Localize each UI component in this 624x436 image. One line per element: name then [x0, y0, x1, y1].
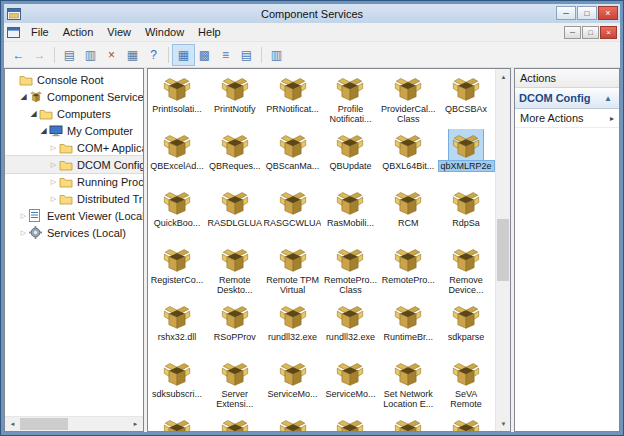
dcom-item-rcm[interactable]: RCM: [379, 186, 437, 243]
dcom-item-rundll32-exe[interactable]: rundll32.exe: [264, 300, 322, 357]
dcom-item-servicemo[interactable]: ServiceMo...: [264, 357, 322, 414]
tree-item-com-applications[interactable]: ▷COM+ Applications: [5, 139, 143, 156]
tree-item-computers[interactable]: ◢Computers: [5, 105, 143, 122]
list-scrollbar-thumb[interactable]: [497, 219, 509, 281]
maximize-button[interactable]: □: [577, 6, 597, 20]
dcom-item-qbxl64bit[interactable]: QBXL64Bit...: [379, 129, 437, 186]
tree-item-event-viewer-local[interactable]: ▷Event Viewer (Local): [5, 207, 143, 224]
minimize-button[interactable]: ─: [556, 6, 576, 20]
dcom-item-sdkparse[interactable]: sdkparse: [437, 300, 495, 357]
dcom-item-printisolati[interactable]: PrintIsolati...: [148, 72, 206, 129]
dcom-item-quickboo[interactable]: QuickBoo...: [148, 186, 206, 243]
dcom-item-remotepro[interactable]: RemotePro...: [379, 243, 437, 300]
scroll-right-arrow-icon[interactable]: ►: [128, 417, 143, 431]
dcom-item-rasgcwlua[interactable]: RASGCWLUA: [264, 186, 322, 243]
dcom-item-sdksubscri[interactable]: sdksubscri...: [148, 357, 206, 414]
menu-view[interactable]: View: [100, 24, 138, 40]
dcom-item-rdpsa[interactable]: RdpSa: [437, 186, 495, 243]
tree-expander-icon[interactable]: ◢: [18, 92, 29, 101]
collapse-section-icon[interactable]: ▲: [601, 94, 615, 103]
menu-action[interactable]: Action: [56, 24, 101, 40]
dcom-item-qbexcelad[interactable]: QBExcelAd...: [148, 129, 206, 186]
menu-window[interactable]: Window: [138, 24, 191, 40]
dcom-item-partial[interactable]: [148, 414, 206, 431]
tree-expander-icon[interactable]: ▷: [48, 178, 59, 186]
details-view-button[interactable]: ▤: [236, 45, 257, 65]
dcom-package-icon: [160, 186, 194, 218]
tree-item-dcom-config[interactable]: ▷DCOM Config: [5, 156, 143, 173]
small-icons-view-button[interactable]: ▩: [194, 45, 215, 65]
tree-item-running-processes[interactable]: ▷Running Processes: [5, 173, 143, 190]
mdi-close-button[interactable]: ×: [600, 26, 617, 39]
close-button[interactable]: ×: [598, 6, 618, 20]
dcom-item-rasmobili[interactable]: RasMobili...: [321, 186, 379, 243]
dcom-item-partial[interactable]: [437, 414, 495, 431]
dcom-item-label: rundll32.exe: [324, 332, 377, 342]
dcom-item-rasdlglua[interactable]: RASDLGLUA: [206, 186, 264, 243]
dcom-item-set-network-location-e[interactable]: Set Network Location E...: [379, 357, 437, 414]
properties-button[interactable]: ▦: [122, 45, 143, 65]
tree-expander-icon[interactable]: ▷: [48, 161, 59, 169]
tree-item-console-root[interactable]: Console Root: [5, 71, 143, 88]
tree-item-distributed-transactions[interactable]: ▷Distributed Transactions: [5, 190, 143, 207]
list-view-button[interactable]: ≡: [215, 45, 236, 65]
dcom-item-rshx32-dll[interactable]: rshx32.dll: [148, 300, 206, 357]
tree-expander-icon[interactable]: ◢: [38, 126, 49, 135]
dcom-item-qbupdate[interactable]: QBUpdate: [321, 129, 379, 186]
tree-expander-icon[interactable]: ▷: [18, 212, 29, 220]
dcom-item-label: ProviderCal... Class: [379, 104, 437, 124]
dcom-item-registerco[interactable]: RegisterCo...: [148, 243, 206, 300]
dcom-item-seva-remote[interactable]: SeVA Remote: [437, 357, 495, 414]
tree-item-services-local[interactable]: ▷Services (Local): [5, 224, 143, 241]
dcom-item-qbxmlrp2e[interactable]: qbXMLRP2e: [437, 129, 495, 186]
dcom-item-remove-device[interactable]: Remove Device...: [437, 243, 495, 300]
mdi-system-icon[interactable]: [7, 27, 20, 38]
mdi-minimize-button[interactable]: ─: [564, 26, 581, 39]
dcom-item-partial[interactable]: [264, 414, 322, 431]
dcom-item-server-extensi[interactable]: Server Extensi...: [206, 357, 264, 414]
dcom-item-qbreques[interactable]: QBReques...: [206, 129, 264, 186]
dcom-item-qbscanma[interactable]: QBScanMa...: [264, 129, 322, 186]
dcom-item-runtimebr[interactable]: RuntimeBr...: [379, 300, 437, 357]
dcom-item-remotepro-class[interactable]: RemotePro... Class: [321, 243, 379, 300]
dcom-item-profile-notificati[interactable]: Profile Notificati...: [321, 72, 379, 129]
dcom-item-servicemo[interactable]: ServiceMo...: [321, 357, 379, 414]
menu-file[interactable]: File: [24, 24, 56, 40]
list-vertical-scrollbar[interactable]: ▲ ▼: [495, 69, 510, 431]
more-actions-item[interactable]: More Actions ▸: [515, 109, 619, 128]
dcom-item-partial[interactable]: [379, 414, 437, 431]
help-button[interactable]: ?: [143, 45, 164, 65]
tree-item-component-services[interactable]: ◢Component Services: [5, 88, 143, 105]
menu-help[interactable]: Help: [191, 24, 228, 40]
tree-expander-icon[interactable]: ▷: [18, 229, 29, 237]
dcom-item-remote-tpm-virtual-sma[interactable]: Remote TPM Virtual Sma...: [264, 243, 322, 300]
dcom-item-partial[interactable]: [321, 414, 379, 431]
forward-button[interactable]: →: [29, 45, 50, 65]
customize-view-button[interactable]: ▥: [266, 45, 287, 65]
delete-button[interactable]: ×: [101, 45, 122, 65]
tree-expander-icon[interactable]: ▷: [48, 195, 59, 203]
back-button[interactable]: ←: [8, 45, 29, 65]
tree-horizontal-scrollbar[interactable]: ◄ ►: [5, 416, 143, 431]
scroll-up-arrow-icon[interactable]: ▲: [496, 69, 511, 84]
scroll-down-arrow-icon[interactable]: ▼: [496, 416, 511, 431]
dcom-config-actions-section[interactable]: DCOM Config ▲: [515, 88, 619, 109]
dcom-item-qbcsbax[interactable]: QBCSBAx: [437, 72, 495, 129]
scroll-left-arrow-icon[interactable]: ◄: [5, 417, 20, 431]
show-hide-console-tree-button[interactable]: ▤: [59, 45, 80, 65]
dcom-item-rsopprov[interactable]: RSoPProv: [206, 300, 264, 357]
export-list-button[interactable]: ▥: [80, 45, 101, 65]
tree-scrollbar-thumb[interactable]: [20, 418, 68, 430]
dcom-item-rundll32-exe[interactable]: rundll32.exe: [321, 300, 379, 357]
large-icons-view-button[interactable]: ▦: [173, 45, 194, 65]
dcom-item-partial[interactable]: [206, 414, 264, 431]
dcom-item-providercal-class[interactable]: ProviderCal... Class: [379, 72, 437, 129]
dcom-item-label: RemotePro... Class: [321, 275, 379, 295]
mdi-restore-button[interactable]: □: [582, 26, 599, 39]
tree-expander-icon[interactable]: ▷: [48, 144, 59, 152]
dcom-item-remote-deskto[interactable]: Remote Deskto...: [206, 243, 264, 300]
dcom-item-prnotificat[interactable]: PRNotificat...: [264, 72, 322, 129]
dcom-item-printnotify[interactable]: PrintNotify: [206, 72, 264, 129]
tree-expander-icon[interactable]: ◢: [28, 109, 39, 118]
tree-item-my-computer[interactable]: ◢My Computer: [5, 122, 143, 139]
